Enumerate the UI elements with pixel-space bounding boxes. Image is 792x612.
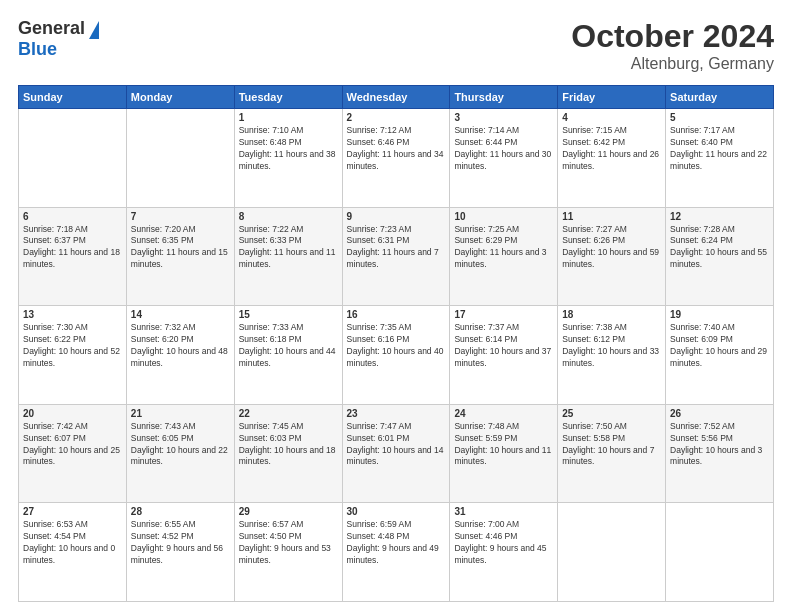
daylight-text: Daylight: 9 hours and 49 minutes. bbox=[347, 543, 439, 565]
calendar-header-row: SundayMondayTuesdayWednesdayThursdayFrid… bbox=[19, 86, 774, 109]
sunrise-text: Sunrise: 7:38 AM bbox=[562, 322, 627, 332]
sunrise-text: Sunrise: 7:15 AM bbox=[562, 125, 627, 135]
sunrise-text: Sunrise: 7:27 AM bbox=[562, 224, 627, 234]
daylight-text: Daylight: 11 hours and 18 minutes. bbox=[23, 247, 120, 269]
day-info: Sunrise: 7:00 AM Sunset: 4:46 PM Dayligh… bbox=[454, 519, 553, 567]
col-header-tuesday: Tuesday bbox=[234, 86, 342, 109]
col-header-monday: Monday bbox=[126, 86, 234, 109]
day-info: Sunrise: 7:35 AM Sunset: 6:16 PM Dayligh… bbox=[347, 322, 446, 370]
daylight-text: Daylight: 10 hours and 0 minutes. bbox=[23, 543, 115, 565]
sunrise-text: Sunrise: 7:00 AM bbox=[454, 519, 519, 529]
calendar-cell bbox=[126, 109, 234, 208]
day-info: Sunrise: 6:57 AM Sunset: 4:50 PM Dayligh… bbox=[239, 519, 338, 567]
day-number: 20 bbox=[23, 408, 122, 419]
day-number: 13 bbox=[23, 309, 122, 320]
day-number: 14 bbox=[131, 309, 230, 320]
day-number: 27 bbox=[23, 506, 122, 517]
col-header-sunday: Sunday bbox=[19, 86, 127, 109]
day-info: Sunrise: 7:32 AM Sunset: 6:20 PM Dayligh… bbox=[131, 322, 230, 370]
day-number: 15 bbox=[239, 309, 338, 320]
sunset-text: Sunset: 5:56 PM bbox=[670, 433, 733, 443]
day-info: Sunrise: 7:27 AM Sunset: 6:26 PM Dayligh… bbox=[562, 224, 661, 272]
sunset-text: Sunset: 6:05 PM bbox=[131, 433, 194, 443]
sunrise-text: Sunrise: 7:14 AM bbox=[454, 125, 519, 135]
sunrise-text: Sunrise: 7:33 AM bbox=[239, 322, 304, 332]
sunset-text: Sunset: 6:07 PM bbox=[23, 433, 86, 443]
col-header-saturday: Saturday bbox=[666, 86, 774, 109]
calendar-cell: 23 Sunrise: 7:47 AM Sunset: 6:01 PM Dayl… bbox=[342, 404, 450, 503]
day-number: 3 bbox=[454, 112, 553, 123]
calendar-cell: 2 Sunrise: 7:12 AM Sunset: 6:46 PM Dayli… bbox=[342, 109, 450, 208]
calendar-cell: 15 Sunrise: 7:33 AM Sunset: 6:18 PM Dayl… bbox=[234, 306, 342, 405]
sunrise-text: Sunrise: 7:52 AM bbox=[670, 421, 735, 431]
sunset-text: Sunset: 5:58 PM bbox=[562, 433, 625, 443]
sunrise-text: Sunrise: 7:10 AM bbox=[239, 125, 304, 135]
sunrise-text: Sunrise: 6:55 AM bbox=[131, 519, 196, 529]
day-info: Sunrise: 7:52 AM Sunset: 5:56 PM Dayligh… bbox=[670, 421, 769, 469]
day-info: Sunrise: 6:53 AM Sunset: 4:54 PM Dayligh… bbox=[23, 519, 122, 567]
sunset-text: Sunset: 5:59 PM bbox=[454, 433, 517, 443]
sunrise-text: Sunrise: 6:57 AM bbox=[239, 519, 304, 529]
day-number: 26 bbox=[670, 408, 769, 419]
day-info: Sunrise: 7:42 AM Sunset: 6:07 PM Dayligh… bbox=[23, 421, 122, 469]
sunset-text: Sunset: 6:46 PM bbox=[347, 137, 410, 147]
col-header-wednesday: Wednesday bbox=[342, 86, 450, 109]
daylight-text: Daylight: 10 hours and 59 minutes. bbox=[562, 247, 659, 269]
day-number: 29 bbox=[239, 506, 338, 517]
calendar-table: SundayMondayTuesdayWednesdayThursdayFrid… bbox=[18, 85, 774, 602]
calendar-cell: 22 Sunrise: 7:45 AM Sunset: 6:03 PM Dayl… bbox=[234, 404, 342, 503]
sunrise-text: Sunrise: 7:30 AM bbox=[23, 322, 88, 332]
day-info: Sunrise: 7:18 AM Sunset: 6:37 PM Dayligh… bbox=[23, 224, 122, 272]
calendar-cell: 13 Sunrise: 7:30 AM Sunset: 6:22 PM Dayl… bbox=[19, 306, 127, 405]
col-header-thursday: Thursday bbox=[450, 86, 558, 109]
sunrise-text: Sunrise: 7:20 AM bbox=[131, 224, 196, 234]
daylight-text: Daylight: 10 hours and 29 minutes. bbox=[670, 346, 767, 368]
sunrise-text: Sunrise: 7:12 AM bbox=[347, 125, 412, 135]
logo-blue-text: Blue bbox=[18, 39, 57, 60]
daylight-text: Daylight: 10 hours and 18 minutes. bbox=[239, 445, 336, 467]
sunset-text: Sunset: 4:46 PM bbox=[454, 531, 517, 541]
calendar-cell: 5 Sunrise: 7:17 AM Sunset: 6:40 PM Dayli… bbox=[666, 109, 774, 208]
day-number: 30 bbox=[347, 506, 446, 517]
calendar-cell: 1 Sunrise: 7:10 AM Sunset: 6:48 PM Dayli… bbox=[234, 109, 342, 208]
sunrise-text: Sunrise: 7:32 AM bbox=[131, 322, 196, 332]
day-number: 7 bbox=[131, 211, 230, 222]
calendar-cell: 17 Sunrise: 7:37 AM Sunset: 6:14 PM Dayl… bbox=[450, 306, 558, 405]
day-number: 2 bbox=[347, 112, 446, 123]
daylight-text: Daylight: 10 hours and 37 minutes. bbox=[454, 346, 551, 368]
header: General Blue October 2024 Altenburg, Ger… bbox=[18, 18, 774, 73]
sunset-text: Sunset: 4:48 PM bbox=[347, 531, 410, 541]
sunset-text: Sunset: 6:26 PM bbox=[562, 235, 625, 245]
sunset-text: Sunset: 4:54 PM bbox=[23, 531, 86, 541]
day-number: 11 bbox=[562, 211, 661, 222]
calendar-cell bbox=[19, 109, 127, 208]
sunset-text: Sunset: 6:18 PM bbox=[239, 334, 302, 344]
day-number: 1 bbox=[239, 112, 338, 123]
logo-general-text: General bbox=[18, 18, 85, 39]
sunset-text: Sunset: 6:14 PM bbox=[454, 334, 517, 344]
sunrise-text: Sunrise: 7:18 AM bbox=[23, 224, 88, 234]
daylight-text: Daylight: 11 hours and 26 minutes. bbox=[562, 149, 659, 171]
sunrise-text: Sunrise: 6:53 AM bbox=[23, 519, 88, 529]
day-info: Sunrise: 7:30 AM Sunset: 6:22 PM Dayligh… bbox=[23, 322, 122, 370]
day-number: 12 bbox=[670, 211, 769, 222]
calendar-cell: 19 Sunrise: 7:40 AM Sunset: 6:09 PM Dayl… bbox=[666, 306, 774, 405]
day-info: Sunrise: 6:59 AM Sunset: 4:48 PM Dayligh… bbox=[347, 519, 446, 567]
day-info: Sunrise: 7:33 AM Sunset: 6:18 PM Dayligh… bbox=[239, 322, 338, 370]
calendar-cell: 11 Sunrise: 7:27 AM Sunset: 6:26 PM Dayl… bbox=[558, 207, 666, 306]
sunset-text: Sunset: 6:03 PM bbox=[239, 433, 302, 443]
day-number: 19 bbox=[670, 309, 769, 320]
day-info: Sunrise: 7:22 AM Sunset: 6:33 PM Dayligh… bbox=[239, 224, 338, 272]
col-header-friday: Friday bbox=[558, 86, 666, 109]
sunset-text: Sunset: 6:35 PM bbox=[131, 235, 194, 245]
sunset-text: Sunset: 6:42 PM bbox=[562, 137, 625, 147]
sunrise-text: Sunrise: 7:23 AM bbox=[347, 224, 412, 234]
sunrise-text: Sunrise: 7:43 AM bbox=[131, 421, 196, 431]
calendar-cell: 9 Sunrise: 7:23 AM Sunset: 6:31 PM Dayli… bbox=[342, 207, 450, 306]
calendar-cell: 25 Sunrise: 7:50 AM Sunset: 5:58 PM Dayl… bbox=[558, 404, 666, 503]
sunrise-text: Sunrise: 7:42 AM bbox=[23, 421, 88, 431]
sunset-text: Sunset: 4:50 PM bbox=[239, 531, 302, 541]
day-info: Sunrise: 7:14 AM Sunset: 6:44 PM Dayligh… bbox=[454, 125, 553, 173]
calendar-cell: 20 Sunrise: 7:42 AM Sunset: 6:07 PM Dayl… bbox=[19, 404, 127, 503]
sunset-text: Sunset: 6:12 PM bbox=[562, 334, 625, 344]
